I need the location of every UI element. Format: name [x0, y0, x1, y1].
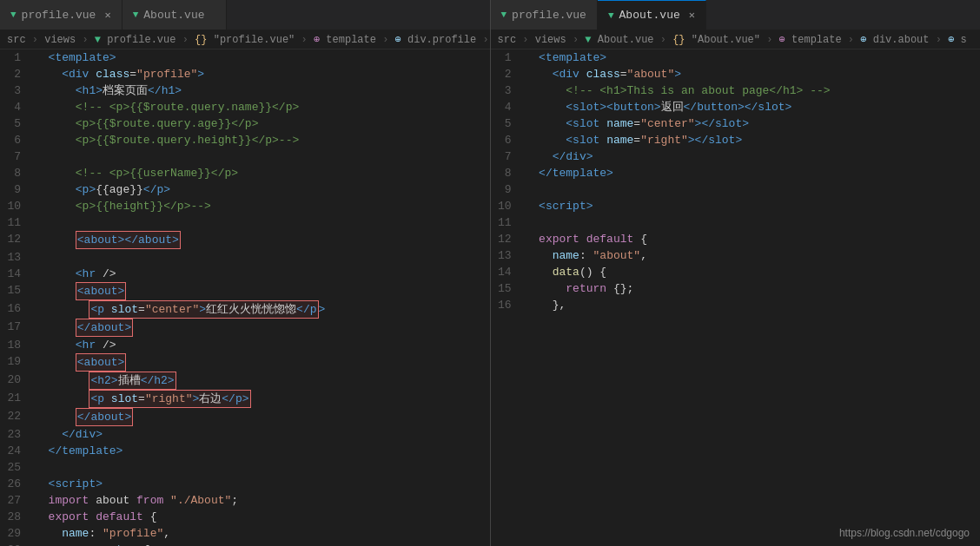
- line-number: 26: [0, 476, 35, 492]
- table-row: 19 <about>: [0, 353, 490, 372]
- line-number: 20: [0, 372, 35, 388]
- line-content: import about from "./About";: [35, 492, 490, 509]
- table-row: 8 </template>: [491, 165, 981, 181]
- line-content: return {};: [526, 280, 981, 297]
- line-number: 2: [491, 66, 526, 82]
- left-tab-profile[interactable]: ▼ profile.vue ✕: [0, 0, 122, 30]
- table-row: 6 <p>{{$route.query.height}}</p>-->: [0, 132, 490, 148]
- line-number: 28: [0, 509, 35, 525]
- line-content: <p>{{$route.query.height}}</p>-->: [35, 132, 490, 148]
- line-number: 9: [491, 181, 526, 198]
- left-breadcrumb-text: src › views › ▼ profile.vue › {} "profil…: [7, 33, 490, 46]
- line-number: 16: [0, 300, 35, 317]
- line-number: 6: [491, 132, 526, 148]
- line-number: 10: [491, 198, 526, 214]
- line-content: <about></about>: [35, 231, 490, 249]
- line-content: <p slot="right">右边</p>: [35, 390, 490, 408]
- table-row: 23 </div>: [0, 426, 490, 443]
- table-row: 29 name: "profile",: [0, 525, 490, 542]
- table-row: 6 <slot name="right"></slot>: [491, 132, 981, 148]
- line-content: <div class="profile">: [35, 66, 490, 82]
- table-row: 9 <p>{{age}}</p>: [0, 181, 490, 198]
- line-number: 1: [0, 49, 35, 66]
- line-number: 27: [0, 492, 35, 509]
- table-row: 16 },: [491, 297, 981, 313]
- line-content: <!-- <p>{{userName}}</p>: [35, 165, 490, 181]
- left-code-area[interactable]: 1 <template>2 <div class="profile">3 <h1…: [0, 49, 490, 546]
- table-row: 17 </about>: [0, 319, 490, 337]
- right-tab-profile[interactable]: ▼ profile.vue: [491, 0, 598, 30]
- table-row: 3 <h1>档案页面</h1>: [0, 82, 490, 99]
- table-row: 21 <p slot="right">右边</p>: [0, 390, 490, 408]
- line-content: </template>: [35, 443, 490, 459]
- line-number: 18: [0, 337, 35, 353]
- right-code-area[interactable]: 1 <template>2 <div class="about">3 <!-- …: [491, 49, 981, 546]
- left-tab-profile-close[interactable]: ✕: [104, 9, 110, 22]
- table-row: 25: [0, 459, 490, 476]
- line-number: 11: [491, 214, 526, 231]
- table-row: 8 <!-- <p>{{userName}}</p>: [0, 165, 490, 181]
- table-row: 4 <!-- <p>{{$route.query.name}}</p>: [0, 99, 490, 115]
- table-row: 20 <h2>插槽</h2>: [0, 372, 490, 390]
- left-tab-about[interactable]: ▼ About.vue: [122, 0, 227, 30]
- line-content: name: "profile",: [35, 525, 490, 542]
- line-content: <p>{{age}}</p>: [35, 181, 490, 198]
- table-row: 27 import about from "./About";: [0, 492, 490, 509]
- line-number: 3: [491, 82, 526, 99]
- line-content: },: [526, 297, 981, 313]
- table-row: 14 data() {: [491, 264, 981, 280]
- line-content: <template>: [35, 49, 490, 66]
- right-tab-about[interactable]: ▼ About.vue ✕: [598, 0, 706, 30]
- line-content: <p>{{$route.query.age}}</p>: [35, 115, 490, 132]
- line-content: name: "about",: [526, 247, 981, 264]
- line-content: <hr />: [35, 337, 490, 353]
- table-row: 1 <template>: [0, 49, 490, 66]
- line-content: <about>: [35, 353, 490, 372]
- line-number: 10: [0, 198, 35, 214]
- editor-container: ▼ profile.vue ✕ ▼ About.vue src › views …: [0, 0, 980, 546]
- line-content: <h1>档案页面</h1>: [35, 82, 490, 99]
- table-row: 2 <div class="about">: [491, 66, 981, 82]
- line-number: 23: [0, 426, 35, 443]
- line-number: 5: [491, 115, 526, 132]
- line-number: 14: [491, 264, 526, 280]
- table-row: 30 components: {: [0, 542, 490, 546]
- line-number: 5: [0, 115, 35, 132]
- line-number: 4: [491, 99, 526, 115]
- line-content: <p>{{height}}</p>-->: [35, 198, 490, 214]
- line-content: </template>: [526, 165, 981, 181]
- vue-icon-left-about: ▼: [133, 10, 139, 20]
- right-tab-about-close[interactable]: ✕: [689, 9, 695, 22]
- line-content: <template>: [526, 49, 981, 66]
- left-tab-about-label: About.vue: [143, 9, 204, 22]
- line-number: 15: [0, 282, 35, 299]
- line-content: </about>: [35, 408, 490, 426]
- table-row: 7: [0, 148, 490, 165]
- line-content: </about>: [35, 319, 490, 337]
- vue-icon-left-profile: ▼: [10, 10, 17, 20]
- vue-icon-right-about: ▼: [608, 10, 614, 21]
- watermark: https://blog.csdn.net/cdgogo: [839, 527, 970, 539]
- line-number: 2: [0, 66, 35, 82]
- left-breadcrumb: src › views › ▼ profile.vue › {} "profil…: [0, 30, 490, 49]
- line-number: 19: [0, 353, 35, 370]
- line-number: 1: [491, 49, 526, 66]
- line-number: 9: [0, 181, 35, 198]
- line-number: 25: [0, 459, 35, 476]
- right-breadcrumb-text: src › views › ▼ About.vue › {} "About.vu…: [498, 33, 967, 46]
- line-content: <slot><button>返回</button></slot>: [526, 99, 981, 115]
- table-row: 5 <p>{{$route.query.age}}</p>: [0, 115, 490, 132]
- line-content: export default {: [35, 509, 490, 525]
- line-number: 8: [0, 165, 35, 181]
- table-row: 3 <!-- <h1>This is an about page</h1> --…: [491, 82, 981, 99]
- line-number: 16: [491, 297, 526, 313]
- table-row: 16 <p slot="center">红红火火恍恍惚惚</p>: [0, 300, 490, 319]
- table-row: 2 <div class="profile">: [0, 66, 490, 82]
- line-number: 30: [0, 542, 35, 546]
- line-content: <p slot="center">红红火火恍恍惚惚</p>: [35, 300, 490, 319]
- table-row: 12 export default {: [491, 231, 981, 247]
- line-content: <h2>插槽</h2>: [35, 372, 490, 390]
- table-row: 15 return {};: [491, 280, 981, 297]
- line-number: 4: [0, 99, 35, 115]
- line-content: <script>: [526, 198, 981, 214]
